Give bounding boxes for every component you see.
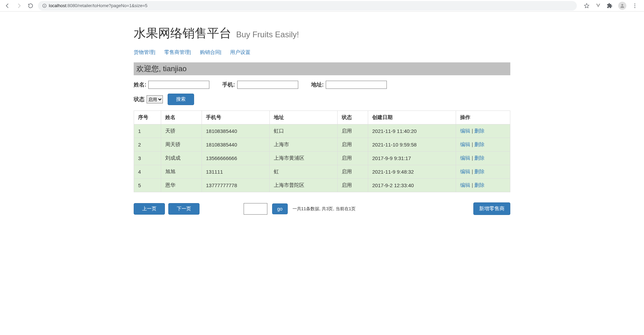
address-label: 地址: xyxy=(311,81,324,88)
extensions-icon[interactable] xyxy=(607,3,613,9)
name-label: 姓名: xyxy=(134,81,146,88)
back-button[interactable] xyxy=(3,2,12,10)
retailer-table: 序号 姓名 手机号 地址 状态 创建日期 操作 1天骄18108385440虹口… xyxy=(134,111,510,192)
action-cell: 编辑 | 删除 xyxy=(456,124,510,138)
phone-input[interactable] xyxy=(237,81,298,89)
search-row-2: 状态 启用 搜索 xyxy=(134,94,510,105)
prev-page-button[interactable]: 上一页 xyxy=(134,203,165,215)
svg-point-2 xyxy=(44,4,44,5)
table-cell: 恩华 xyxy=(161,179,202,192)
edit-link[interactable]: 编辑 xyxy=(460,155,470,161)
forward-button[interactable] xyxy=(15,2,23,10)
person-icon xyxy=(620,3,625,8)
nav-contract[interactable]: 购销合同| xyxy=(200,49,222,55)
th-name: 姓名 xyxy=(161,111,202,124)
profile-avatar[interactable] xyxy=(618,2,626,10)
table-cell: 18108385440 xyxy=(202,138,270,152)
table-cell: 启用 xyxy=(338,138,368,152)
table-cell: 2021-11-9 9:48:32 xyxy=(368,165,456,179)
status-select[interactable]: 启用 xyxy=(147,95,163,103)
action-separator: | xyxy=(470,169,474,174)
table-cell: 刘成成 xyxy=(161,152,202,165)
arrow-left-icon xyxy=(4,3,11,9)
table-cell: 2021-11-9 11:40:20 xyxy=(368,124,456,138)
action-cell: 编辑 | 删除 xyxy=(456,138,510,152)
action-cell: 编辑 | 删除 xyxy=(456,179,510,192)
table-header-row: 序号 姓名 手机号 地址 状态 创建日期 操作 xyxy=(134,111,510,124)
table-row: 3刘成成13566666666上海市黄浦区启用2017-9-9 9:31:17编… xyxy=(134,152,510,165)
delete-link[interactable]: 删除 xyxy=(474,128,485,134)
edit-link[interactable]: 编辑 xyxy=(460,169,470,174)
search-button[interactable]: 搜索 xyxy=(168,94,194,105)
reload-button[interactable] xyxy=(26,2,35,10)
v-extension-icon[interactable] xyxy=(595,3,601,9)
url-text: localhost:8080/retailer/toHome?pageNo=1&… xyxy=(49,3,148,8)
svg-point-5 xyxy=(634,5,636,6)
table-cell: 131111 xyxy=(202,165,270,179)
table-cell: 上海市黄浦区 xyxy=(270,152,338,165)
action-separator: | xyxy=(470,128,474,134)
table-row: 5恩华13777777778上海市普陀区启用2017-9-2 12:33:40编… xyxy=(134,179,510,192)
page-header: 水果网络销售平台 Buy Fruits Easily! xyxy=(134,12,510,45)
search-row: 姓名: 手机: 地址: xyxy=(134,81,510,89)
nav-user-settings[interactable]: 用户设置 xyxy=(230,49,250,55)
delete-link[interactable]: 删除 xyxy=(474,141,485,147)
add-retailer-button[interactable]: 新增零售商 xyxy=(473,202,510,215)
table-cell: 启用 xyxy=(338,179,368,192)
table-cell: 2017-9-9 9:31:17 xyxy=(368,152,456,165)
table-cell: 启用 xyxy=(338,124,368,138)
table-cell: 2 xyxy=(134,138,161,152)
table-cell: 13777777778 xyxy=(202,179,270,192)
address-input[interactable] xyxy=(326,81,387,89)
table-cell: 天骄 xyxy=(161,124,202,138)
table-row: 4旭旭131111虹启用2021-11-9 9:48:32编辑 | 删除 xyxy=(134,165,510,179)
star-icon[interactable] xyxy=(584,3,590,9)
th-index: 序号 xyxy=(134,111,161,124)
table-row: 1天骄18108385440虹口启用2021-11-9 11:40:20编辑 |… xyxy=(134,124,510,138)
nav-goods[interactable]: 货物管理| xyxy=(134,49,155,55)
name-input[interactable] xyxy=(148,81,209,89)
table-cell: 启用 xyxy=(338,165,368,179)
svg-point-4 xyxy=(634,3,636,4)
delete-link[interactable]: 删除 xyxy=(474,155,485,161)
action-separator: | xyxy=(470,141,474,147)
arrow-right-icon xyxy=(16,3,22,9)
th-actions: 操作 xyxy=(456,111,510,124)
table-cell: 5 xyxy=(134,179,161,192)
toolbar-icons xyxy=(584,2,641,10)
url-bar[interactable]: localhost:8080/retailer/toHome?pageNo=1&… xyxy=(38,1,577,11)
svg-point-3 xyxy=(621,4,623,5)
table-cell: 虹 xyxy=(270,165,338,179)
action-separator: | xyxy=(470,182,474,188)
next-page-button[interactable]: 下一页 xyxy=(168,203,200,215)
action-cell: 编辑 | 删除 xyxy=(456,165,510,179)
menu-icon[interactable] xyxy=(632,3,638,9)
go-button[interactable]: go xyxy=(272,203,288,214)
table-cell: 2021-11-10 9:59:58 xyxy=(368,138,456,152)
page-input[interactable] xyxy=(244,203,267,215)
table-cell: 虹口 xyxy=(270,124,338,138)
th-created: 创建日期 xyxy=(368,111,456,124)
table-cell: 周天骄 xyxy=(161,138,202,152)
edit-link[interactable]: 编辑 xyxy=(460,141,470,147)
table-cell: 上海市 xyxy=(270,138,338,152)
table-cell: 3 xyxy=(134,152,161,165)
delete-link[interactable]: 删除 xyxy=(474,169,485,174)
table-cell: 旭旭 xyxy=(161,165,202,179)
edit-link[interactable]: 编辑 xyxy=(460,182,470,188)
browser-chrome: localhost:8080/retailer/toHome?pageNo=1&… xyxy=(0,0,644,12)
delete-link[interactable]: 删除 xyxy=(474,182,485,188)
nav-tabs: 货物管理| 零售商管理| 购销合同| 用户设置 xyxy=(134,49,510,56)
table-cell: 13566666666 xyxy=(202,152,270,165)
table-cell: 18108385440 xyxy=(202,124,270,138)
edit-link[interactable]: 编辑 xyxy=(460,128,470,134)
pager-row: 上一页 下一页 go 一共11条数据, 共3页, 当前在1页 新增零售商 xyxy=(134,202,510,215)
table-cell: 2017-9-2 12:33:40 xyxy=(368,179,456,192)
info-icon xyxy=(42,3,47,8)
table-cell: 启用 xyxy=(338,152,368,165)
page-subtitle: Buy Fruits Easily! xyxy=(236,30,299,39)
nav-retailer[interactable]: 零售商管理| xyxy=(164,49,191,55)
th-status: 状态 xyxy=(338,111,368,124)
table-row: 2周天骄18108385440上海市启用2021-11-10 9:59:58编辑… xyxy=(134,138,510,152)
pager-info: 一共11条数据, 共3页, 当前在1页 xyxy=(292,206,356,212)
